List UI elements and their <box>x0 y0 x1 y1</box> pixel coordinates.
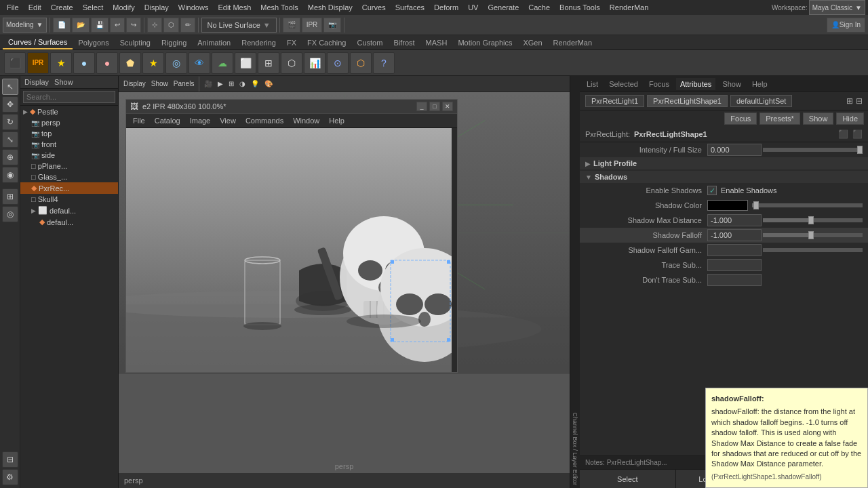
shelf-tab-rendering[interactable]: Rendering <box>236 37 281 49</box>
shadow-falloff-gamma-input[interactable] <box>707 244 762 256</box>
rotate-tool[interactable]: ↻ <box>2 114 18 130</box>
shelf-tab-sculpting[interactable]: Sculpting <box>115 37 156 49</box>
attr-link-icon-1[interactable]: ⬛ <box>838 129 848 139</box>
hide-btn[interactable]: Hide <box>836 113 864 125</box>
shelf-icon-7[interactable]: ★ <box>142 52 164 74</box>
menu-curves[interactable]: Curves <box>358 2 390 13</box>
ol-item-skull4[interactable]: □ Skull4 <box>20 194 118 205</box>
vp-panels-btn[interactable]: Panels <box>172 79 197 88</box>
menu-edit-mesh[interactable]: Edit Mesh <box>214 2 255 13</box>
node-tab-1[interactable]: PxrRectLight1 <box>585 95 644 107</box>
dont-trace-sub-input[interactable] <box>707 274 762 286</box>
ipr-maximize-btn[interactable]: □ <box>429 102 440 111</box>
shelf-icon-ipr[interactable]: IPR <box>27 52 49 74</box>
ol-item-pxrrec[interactable]: ◆ PxrRec... <box>20 182 118 194</box>
viewport-content[interactable]: 🖼 e2 IPR 480x360 100.0%* _ □ ✕ File Cata… <box>119 92 570 473</box>
shelf-icon-16[interactable]: ⬡ <box>350 52 372 74</box>
shadow-falloff-input[interactable] <box>707 229 762 241</box>
ipr-menu-catalog[interactable]: Catalog <box>151 115 184 126</box>
vp-lighting-btn[interactable]: 💡 <box>249 79 261 88</box>
node-tab-2[interactable]: PxrRectLightShape1 <box>647 95 728 107</box>
vp-show-btn[interactable]: Show <box>149 79 170 88</box>
shelf-icon-9[interactable]: 👁 <box>189 52 210 74</box>
shadow-max-dist-slider[interactable] <box>763 218 863 222</box>
shadow-max-dist-input[interactable] <box>707 214 762 226</box>
snapshot-btn[interactable]: 📷 <box>323 18 341 33</box>
shelf-tab-renderman[interactable]: RenderMan <box>548 37 597 49</box>
shelf-icon-3[interactable]: ★ <box>50 52 72 74</box>
new-file-btn[interactable]: 📄 <box>53 18 71 33</box>
trace-sub-input[interactable] <box>707 259 762 271</box>
shelf-tab-fx-caching[interactable]: FX Caching <box>302 37 351 49</box>
menu-bonus-tools[interactable]: Bonus Tools <box>555 2 604 13</box>
select-tool-btn[interactable]: ⊹ <box>147 18 162 33</box>
menu-surfaces[interactable]: Surfaces <box>391 2 429 13</box>
menu-edit[interactable]: Edit <box>24 2 45 13</box>
open-file-btn[interactable]: 📂 <box>72 18 90 33</box>
shelf-tab-motion-graphics[interactable]: Motion Graphics <box>452 37 517 49</box>
menu-display[interactable]: Display <box>140 2 173 13</box>
vp-color-btn[interactable]: 🎨 <box>262 79 275 88</box>
shelf-icon-11[interactable]: ⬜ <box>235 52 256 74</box>
show-btn[interactable]: Show <box>803 113 834 125</box>
outliner-show-btn[interactable]: Show <box>54 78 73 86</box>
select-btn[interactable]: Select <box>580 470 676 488</box>
history-toggle[interactable]: ⊟ <box>2 451 18 468</box>
save-file-btn[interactable]: 💾 <box>91 18 108 33</box>
soft-mod-tool[interactable]: ◉ <box>2 167 18 183</box>
attr-expand-icon[interactable]: ⊞ <box>846 96 853 106</box>
ipr-titlebar[interactable]: 🖼 e2 IPR 480x360 100.0%* _ □ ✕ <box>126 100 457 114</box>
shadow-color-swatch[interactable] <box>707 200 748 211</box>
menu-deform[interactable]: Deform <box>430 2 462 13</box>
vp-grid-btn[interactable]: ⊞ <box>226 79 236 88</box>
shadow-falloff-slider[interactable] <box>763 233 863 237</box>
shadow-color-slider[interactable] <box>752 203 863 207</box>
undo-btn[interactable]: ↩ <box>110 18 125 33</box>
ol-item-pestle[interactable]: ▶ ◆ Pestle <box>20 106 118 117</box>
ipr-menu-view[interactable]: View <box>216 115 240 126</box>
ol-item-pplane[interactable]: □ pPlane... <box>20 161 118 171</box>
shelf-tab-bifrost[interactable]: Bifrost <box>388 37 420 49</box>
menu-cache[interactable]: Cache <box>524 2 554 13</box>
shelf-tab-curves-surfaces[interactable]: Curves / Surfaces <box>3 36 73 49</box>
tab-show[interactable]: Show <box>718 78 745 90</box>
ipr-menu-commands[interactable]: Commands <box>241 115 288 126</box>
menu-file[interactable]: File <box>3 2 23 13</box>
shelf-tab-mash[interactable]: MASH <box>420 37 453 49</box>
shelf-icon-8[interactable]: ◎ <box>165 52 187 74</box>
shelf-icon-13[interactable]: ⬡ <box>281 52 302 74</box>
shelf-icon-14[interactable]: 📊 <box>304 52 326 74</box>
menu-generate[interactable]: Generate <box>484 2 523 13</box>
attr-link-icon-2[interactable]: ⬛ <box>852 129 863 139</box>
shelf-icon-12[interactable]: ⊞ <box>258 52 279 74</box>
shelf-tab-animation[interactable]: Animation <box>192 37 236 49</box>
menu-mesh-tools[interactable]: Mesh Tools <box>256 2 302 13</box>
shelf-icon-1[interactable]: ⬛ <box>4 52 26 74</box>
select-tool[interactable]: ↖ <box>2 79 18 95</box>
ipr-btn[interactable]: IPR <box>302 18 323 33</box>
vp-render-btn[interactable]: ▶ <box>216 79 225 88</box>
shelf-icon-10[interactable]: ☁ <box>212 52 233 74</box>
workspace-dropdown[interactable]: Maya Classic ▼ <box>809 0 865 15</box>
ol-item-side[interactable]: 📷 side <box>20 150 118 161</box>
ol-item-persp[interactable]: 📷 persp <box>20 117 118 128</box>
snap-grid[interactable]: ⊞ <box>2 188 18 205</box>
presets-btn[interactable]: Presets* <box>760 113 800 125</box>
ipr-menu-help[interactable]: Help <box>325 115 349 126</box>
shelf-icon-4[interactable]: ● <box>73 52 95 74</box>
ipr-menu-file[interactable]: File <box>129 115 149 126</box>
attr-collapse-icon[interactable]: ⊟ <box>856 96 863 106</box>
ol-item-front[interactable]: 📷 front <box>20 139 118 150</box>
tab-help[interactable]: Help <box>748 78 772 90</box>
vp-camera-btn[interactable]: 🎥 <box>202 79 214 88</box>
intensity-input[interactable] <box>707 144 762 156</box>
paint-sel-btn[interactable]: ✏ <box>180 18 195 33</box>
tab-selected[interactable]: Selected <box>605 78 642 90</box>
light-profile-header[interactable]: ▶ Light Profile <box>580 157 868 169</box>
menu-windows[interactable]: Windows <box>174 2 213 13</box>
menu-modify[interactable]: Modify <box>108 2 138 13</box>
tab-list[interactable]: List <box>583 78 602 90</box>
ol-item-glass[interactable]: □ Glass_... <box>20 171 118 182</box>
outliner-search-input[interactable] <box>23 91 115 103</box>
ipr-close-btn[interactable]: ✕ <box>442 102 453 111</box>
